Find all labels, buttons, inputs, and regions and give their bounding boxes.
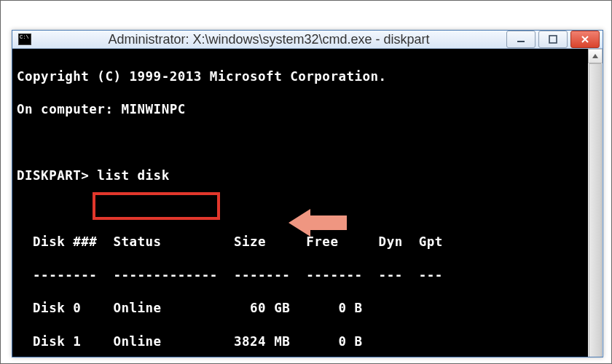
- command-list-disk: list disk: [97, 168, 169, 183]
- window-title: Administrator: X:\windows\system32\cmd.e…: [37, 32, 501, 47]
- close-button[interactable]: [570, 31, 600, 48]
- table-divider: -------- ------------- ------- ------- -…: [17, 267, 584, 284]
- titlebar[interactable]: Administrator: X:\windows\system32\cmd.e…: [12, 31, 603, 49]
- computer-line: On computer: MINWINPC: [17, 101, 584, 118]
- copyright-line: Copyright (C) 1999-2013 Microsoft Corpor…: [17, 68, 584, 85]
- cmd-window: Administrator: X:\windows\system32\cmd.e…: [12, 30, 603, 357]
- table-row: Disk 0 Online 60 GB 0 B: [17, 300, 584, 317]
- maximize-button[interactable]: [538, 31, 568, 48]
- svg-marker-3: [592, 54, 598, 58]
- content-area: Copyright (C) 1999-2013 Microsoft Corpor…: [12, 49, 603, 357]
- prompt: DISKPART>: [17, 168, 97, 183]
- window-controls: [506, 31, 600, 48]
- vertical-scrollbar[interactable]: [588, 49, 603, 357]
- scroll-up-button[interactable]: [588, 49, 603, 63]
- svg-rect-1: [549, 36, 557, 43]
- table-header: Disk ### Status Size Free Dyn Gpt: [17, 234, 584, 250]
- scroll-thumb[interactable]: [589, 63, 602, 357]
- blank-line: [17, 135, 584, 151]
- prompt-line-1: DISKPART> list disk: [17, 167, 584, 184]
- terminal[interactable]: Copyright (C) 1999-2013 Microsoft Corpor…: [12, 49, 588, 357]
- svg-rect-0: [517, 41, 525, 42]
- minimize-button[interactable]: [506, 31, 536, 48]
- cmd-icon: [18, 33, 31, 45]
- table-row: Disk 1 Online 3824 MB 0 B: [17, 333, 584, 350]
- blank-line: [17, 201, 584, 218]
- scroll-track[interactable]: [588, 63, 603, 357]
